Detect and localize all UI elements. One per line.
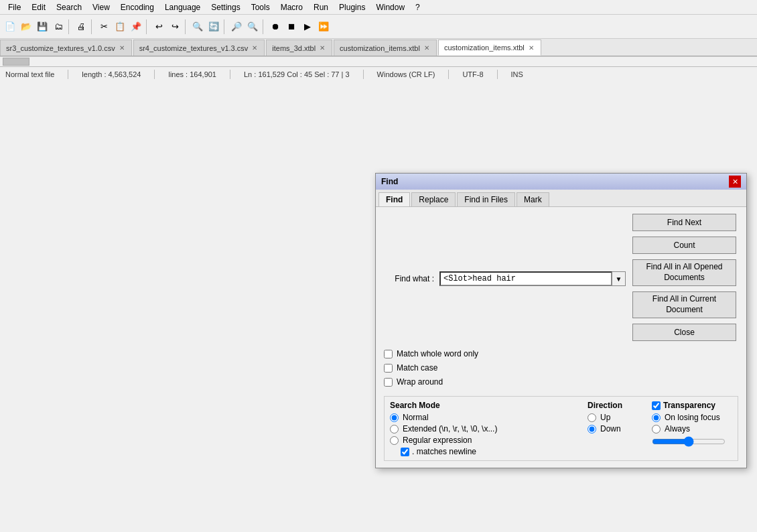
bottom-options: Search Mode Normal Extended (\n, \r, \t,… [384, 396, 738, 461]
matches-newline-checkbox[interactable] [401, 448, 409, 456]
match-case-text: Match case [397, 363, 437, 373]
radio-always-input[interactable] [652, 425, 661, 434]
radio-always[interactable]: Always [652, 424, 732, 434]
radio-focus-input[interactable] [652, 413, 661, 422]
direction-label: Direction [588, 401, 641, 410]
save-all-btn[interactable]: 🗂 [51, 19, 66, 34]
undo-btn[interactable]: ↩ [151, 19, 166, 34]
radio-up-input[interactable] [588, 413, 596, 422]
find-dialog: Find ✕ Find Replace Find in Files Mark F… [375, 173, 747, 468]
tab-cust1-close[interactable]: ✕ [423, 44, 431, 52]
radio-focus-label: On losing focus [665, 413, 720, 422]
menu-view[interactable]: View [87, 1, 115, 13]
find-all-current-btn[interactable]: Find All in Current Document [632, 291, 736, 318]
match-whole-word-label[interactable]: Match whole word only [384, 349, 738, 358]
dialog-titlebar[interactable]: Find ✕ [376, 174, 746, 190]
radio-extended[interactable]: Extended (\n, \r, \t, \0, \x...) [390, 424, 577, 434]
tab-cust2-close[interactable]: ✕ [527, 44, 535, 52]
tab-sr3-close[interactable]: ✕ [118, 44, 126, 52]
sep4 [185, 19, 188, 34]
match-case-checkbox[interactable] [384, 364, 393, 373]
open-btn[interactable]: 📂 [19, 19, 33, 34]
editor-wrapper: 161508 <Cutscene_Only>no</Cutscene_Only>… [0, 56, 757, 66]
transparency-slider[interactable] [652, 436, 726, 447]
find-what-row: Find what : ▼ Find Next Count Find All i… [384, 214, 738, 344]
play-btn[interactable]: ▶ [300, 19, 315, 34]
tab-cust2[interactable]: customization_items.xtbl ✕ [438, 40, 541, 56]
menu-window[interactable]: Window [370, 1, 410, 13]
radio-up[interactable]: Up [588, 413, 641, 422]
radio-normal[interactable]: Normal [390, 413, 577, 422]
radio-down-label: Down [600, 424, 621, 434]
menu-encoding[interactable]: Encoding [115, 1, 159, 13]
zoom-out-btn[interactable]: 🔍 [245, 19, 260, 34]
new-btn[interactable]: 📄 [3, 19, 17, 34]
wrap-around-label[interactable]: Wrap around [384, 377, 738, 387]
horizontal-scrollbar[interactable] [0, 56, 757, 66]
dialog-close-btn[interactable]: ✕ [729, 176, 741, 188]
h-scrollbar-thumb[interactable] [3, 58, 29, 66]
radio-down[interactable]: Down [588, 424, 641, 434]
cut-btn[interactable]: ✂ [96, 19, 111, 34]
run-macro-btn[interactable]: ⏩ [316, 19, 331, 34]
direction-group: Direction Up Down [588, 401, 641, 456]
line-ending: Windows (CR LF) [377, 70, 435, 78]
menu-macro[interactable]: Macro [275, 1, 308, 13]
tab-sr3[interactable]: sr3_customize_textures_v1.0.csv ✕ [0, 40, 132, 56]
dialog-tab-replace[interactable]: Replace [411, 192, 456, 206]
copy-btn[interactable]: 📋 [113, 19, 127, 34]
print-btn[interactable]: 🖨 [74, 19, 88, 34]
transparency-checkbox[interactable] [652, 401, 661, 410]
zoom-in-btn[interactable]: 🔎 [229, 19, 244, 34]
match-whole-word-checkbox[interactable] [384, 350, 393, 358]
radio-regex[interactable]: Regular expression [390, 436, 577, 445]
menu-plugins[interactable]: Plugins [334, 1, 370, 13]
tab-items3d[interactable]: items_3d.xtbl ✕ [266, 40, 332, 56]
radio-on-losing-focus[interactable]: On losing focus [652, 413, 732, 422]
radio-normal-input[interactable] [390, 413, 399, 422]
match-case-label[interactable]: Match case [384, 363, 738, 373]
record-btn[interactable]: ⏺ [268, 19, 283, 34]
menu-help[interactable]: ? [410, 1, 425, 13]
menu-tools[interactable]: Tools [246, 1, 275, 13]
redo-btn[interactable]: ↪ [167, 19, 182, 34]
menu-settings[interactable]: Settings [206, 1, 245, 13]
tab-sr4[interactable]: sr4_customize_textures_v1.3.csv ✕ [133, 40, 265, 56]
menu-file[interactable]: File [3, 1, 26, 13]
menu-run[interactable]: Run [308, 1, 334, 13]
radio-regex-input[interactable] [390, 436, 399, 445]
replace-btn[interactable]: 🔄 [206, 19, 221, 34]
menu-search[interactable]: Search [51, 1, 87, 13]
wrap-around-checkbox[interactable] [384, 378, 393, 387]
find-what-input[interactable] [439, 271, 612, 286]
dialog-tab-mark[interactable]: Mark [517, 192, 549, 206]
dialog-tab-findinfiles[interactable]: Find in Files [457, 192, 515, 206]
search-mode-label: Search Mode [390, 401, 577, 410]
tab-sr4-close[interactable]: ✕ [251, 44, 259, 52]
find-next-btn[interactable]: Find Next [632, 214, 736, 231]
menu-language[interactable]: Language [159, 1, 206, 13]
find-btn[interactable]: 🔍 [190, 19, 205, 34]
transparency-group: Transparency On losing focus Always [652, 401, 732, 456]
close-btn[interactable]: Close [632, 324, 736, 341]
action-buttons: Find Next Count Find All in All Opened D… [632, 214, 738, 344]
save-btn[interactable]: 💾 [35, 19, 50, 34]
paste-btn[interactable]: 📌 [129, 19, 143, 34]
sep3 [146, 19, 149, 34]
dialog-overlay: Find ✕ Find Replace Find in Files Mark F… [0, 39, 757, 532]
sep [154, 70, 155, 79]
dialog-tab-find[interactable]: Find [378, 192, 410, 206]
lines: lines : 164,901 [168, 70, 216, 78]
tab-cust1[interactable]: customization_items.xtbl ✕ [334, 40, 437, 56]
radio-down-input[interactable] [588, 425, 596, 434]
find-all-opened-btn[interactable]: Find All in All Opened Documents [632, 259, 736, 286]
tab-sr4-label: sr4_customize_textures_v1.3.csv [139, 44, 249, 52]
count-btn[interactable]: Count [632, 237, 736, 254]
menu-edit[interactable]: Edit [26, 1, 51, 13]
tab-items3d-close[interactable]: ✕ [318, 44, 326, 52]
find-dropdown-btn[interactable]: ▼ [612, 271, 626, 286]
radio-extended-input[interactable] [390, 425, 399, 434]
stop-btn[interactable]: ⏹ [284, 19, 299, 34]
encoding: UTF-8 [462, 70, 483, 78]
radio-extended-label: Extended (\n, \r, \t, \0, \x...) [403, 424, 497, 434]
